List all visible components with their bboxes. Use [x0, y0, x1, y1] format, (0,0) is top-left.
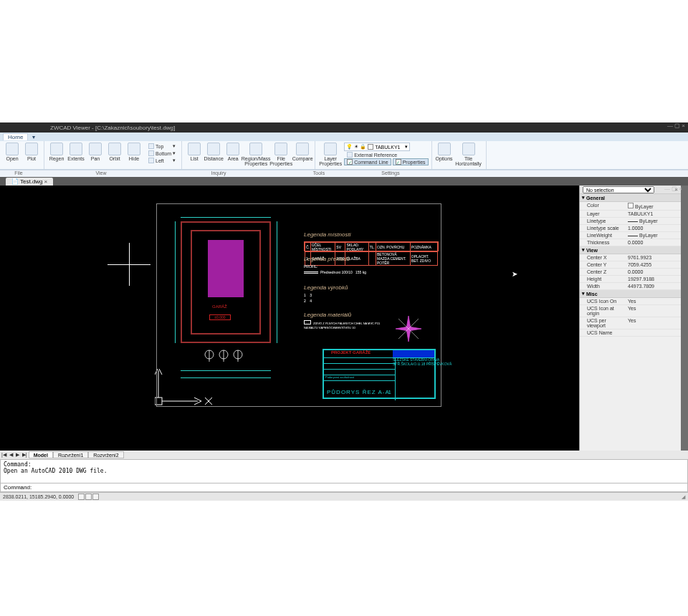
menu-dropdown-icon[interactable]: ▾	[28, 134, 39, 140]
window-buttons[interactable]: — ▢ ×	[667, 122, 685, 129]
open-button[interactable]: Open	[3, 143, 22, 161]
selection-selector[interactable]: No selection	[583, 186, 654, 193]
property-row[interactable]: Width44973.7809	[580, 283, 681, 290]
property-row[interactable]: Center Z0.0000	[580, 269, 681, 276]
prop-group-misc[interactable]: ▾Misc	[580, 290, 681, 298]
file-icon: 📄	[11, 178, 19, 185]
document-tab[interactable]: 📄 Test.dwg ×	[6, 178, 53, 186]
app-window: ZWCAD Viewer - [C:\Zakaznici\soubory\tes…	[0, 122, 688, 495]
lightbulb-icon: 💡	[346, 144, 353, 150]
legend-lintels-title: Legenda překladů	[304, 256, 350, 262]
properties-panel: No selection × ▾General ColorByLayerLaye…	[579, 186, 681, 451]
layer-color-swatch	[368, 144, 373, 150]
orbit-button[interactable]: Orbit	[105, 143, 124, 161]
view-top[interactable]: Top▾	[145, 143, 178, 150]
layer-name: TABULKY1	[375, 145, 400, 150]
property-row[interactable]: ColorByLayer	[580, 202, 681, 211]
hide-button[interactable]: Hide	[125, 143, 143, 161]
properties-toggle[interactable]: Properties	[393, 158, 429, 165]
door-symbols	[202, 347, 252, 367]
mdi-window-buttons[interactable]: — ▢ ×	[664, 186, 682, 192]
tab-layout2[interactable]: Rozvržení2	[88, 451, 123, 458]
property-row[interactable]: LayerTABULKY1	[580, 211, 681, 218]
status-toggle-icons[interactable]	[78, 494, 100, 501]
legend-rooms-title: Legenda místností	[304, 231, 351, 238]
property-row[interactable]: Height19297.9188	[580, 276, 681, 283]
property-row[interactable]: Thickness0.0000	[580, 239, 681, 246]
view-bottom[interactable]: Bottom▾	[145, 150, 178, 157]
property-row[interactable]: Center Y7059.4255	[580, 261, 681, 269]
menubar: Home ▾	[0, 133, 688, 141]
window-title: ZWCAD Viewer - [C:\Zakaznici\soubory\tes…	[50, 125, 175, 131]
external-reference-button[interactable]: External Reference	[344, 151, 428, 158]
rooms-table: Č.ÚČEL MÍSTNOSTISVSKLAD. PODLAHYTL.OZN. …	[304, 241, 439, 251]
document-tabbar: 📄 Test.dwg ×	[0, 177, 688, 186]
compass-icon	[393, 313, 424, 347]
legend-products-title: Legenda výrobků	[304, 284, 348, 291]
command-line-toggle[interactable]: Command Line	[344, 158, 391, 165]
lock-icon: 🔒	[360, 144, 366, 150]
property-row[interactable]: UCS per viewportYes	[580, 317, 681, 329]
tab-layout1[interactable]: Rozvržení1	[53, 451, 88, 458]
layer-combo[interactable]: 💡 ☀ 🔒 TABULKY1 ▾	[344, 143, 410, 151]
legend-materials-title: Legenda materiálů	[304, 312, 351, 318]
options-button[interactable]: Options	[435, 143, 454, 168]
command-history[interactable]: Command: Open an AutoCAD 2010 DWG file.	[0, 459, 688, 483]
close-icon[interactable]: ×	[44, 178, 48, 185]
command-line[interactable]: Command:	[0, 483, 688, 492]
command-input[interactable]	[34, 484, 684, 491]
titlebar: ZWCAD Viewer - [C:\Zakaznici\soubory\tes…	[0, 122, 688, 133]
property-row[interactable]: UCS Icon OnYes	[580, 298, 681, 305]
property-row[interactable]: Center X9761.9923	[580, 254, 681, 261]
area-button[interactable]: Area	[224, 143, 242, 168]
drawing-canvas[interactable]: GARÁŽ ±0,000	[0, 186, 579, 451]
file-properties-button[interactable]: File Properties	[269, 143, 292, 168]
view-left[interactable]: Left▾	[145, 157, 178, 164]
property-row[interactable]: UCS Name	[580, 329, 681, 337]
tile-horizontally-button[interactable]: Tile Horizontally	[454, 143, 483, 168]
floor-plan: GARÁŽ ±0,000	[181, 221, 271, 357]
room-tag: GARÁŽ	[212, 304, 227, 309]
pan-button[interactable]: Pan	[86, 143, 105, 161]
document-tab-label: Test.dwg	[20, 178, 43, 185]
crosshair	[129, 243, 130, 286]
property-row[interactable]: UCS Icon at originYes	[580, 305, 681, 317]
list-button[interactable]: List	[185, 143, 204, 168]
sun-icon: ☀	[354, 144, 358, 150]
chevron-down-icon: ▾	[405, 144, 408, 150]
statusbar: 2838.0211, 15185.2940, 0.0000 ◢	[0, 492, 688, 501]
ribbon: Open Plot Regen Extents Pan Orbit Hide T…	[0, 141, 688, 170]
region-mass-button[interactable]: Region/Mass Properties	[243, 143, 269, 168]
property-row[interactable]: LinetypeByLayer	[580, 218, 681, 225]
prop-group-view[interactable]: ▾View	[580, 246, 681, 254]
work-area: GARÁŽ ±0,000	[0, 186, 688, 451]
plot-button[interactable]: Plot	[22, 143, 41, 161]
tab-home[interactable]: Home	[3, 133, 28, 140]
distance-button[interactable]: Distance	[204, 143, 223, 168]
command-prompt-label: Command:	[4, 484, 32, 491]
property-row[interactable]: Linetype scale1.0000	[580, 225, 681, 232]
ribbon-section-labels: File View Inquiry Tools Settings	[0, 170, 688, 177]
title-block: PROJEKT GARÁŽE SLEZSKÉ STAVEBNÍ OPAVA ST…	[322, 349, 436, 399]
property-row[interactable]: LineWeightByLayer	[580, 232, 681, 239]
coordinates: 2838.0211, 15185.2940, 0.0000	[3, 494, 74, 499]
extents-button[interactable]: Extents	[67, 143, 85, 161]
regen-button[interactable]: Regen	[47, 143, 66, 161]
layout-tabbar: |◀◀▶▶| Model Rozvržení1 Rozvržení2	[0, 451, 688, 459]
resize-grip-icon: ◢	[682, 494, 685, 500]
layer-properties-button[interactable]: Layer Properties	[318, 143, 343, 168]
tab-nav-buttons[interactable]: |◀◀▶▶|	[0, 452, 29, 458]
prop-group-general[interactable]: ▾General	[580, 194, 681, 202]
tab-model[interactable]: Model	[29, 451, 53, 458]
room-level-box: ±0,000	[209, 314, 231, 320]
cursor-icon: ➤	[512, 270, 517, 278]
compare-button[interactable]: Compare	[293, 143, 312, 168]
